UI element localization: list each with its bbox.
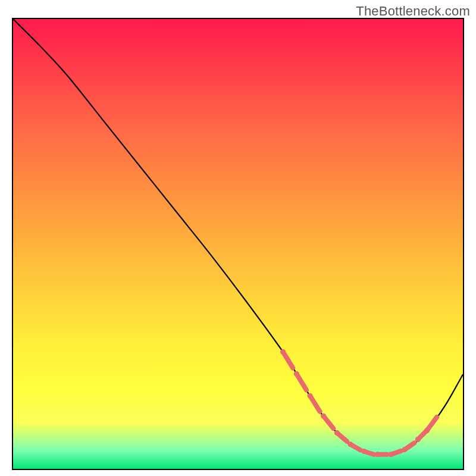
marker-dot [415,437,421,442]
marker-dash [296,374,306,390]
marker-dot [294,371,299,377]
marker-dot [334,430,340,436]
chart-svg [13,19,463,469]
marker-dot [402,447,407,452]
chart-container: TheBottleneck.com [0,0,476,476]
curve-path [13,19,463,455]
watermark-text: TheBottleneck.com [356,4,470,19]
marker-dash [283,352,293,368]
marker-dot [348,441,353,447]
marker-dot [280,349,286,355]
marker-dot [389,452,394,457]
marker-dot [321,414,326,419]
marker-dot [361,449,367,454]
marker-dot [375,452,380,457]
marker-dot [424,428,430,433]
marker-dot [307,393,312,399]
marker-dash [310,396,320,411]
markers-group [280,349,437,457]
plot-area [12,18,464,470]
